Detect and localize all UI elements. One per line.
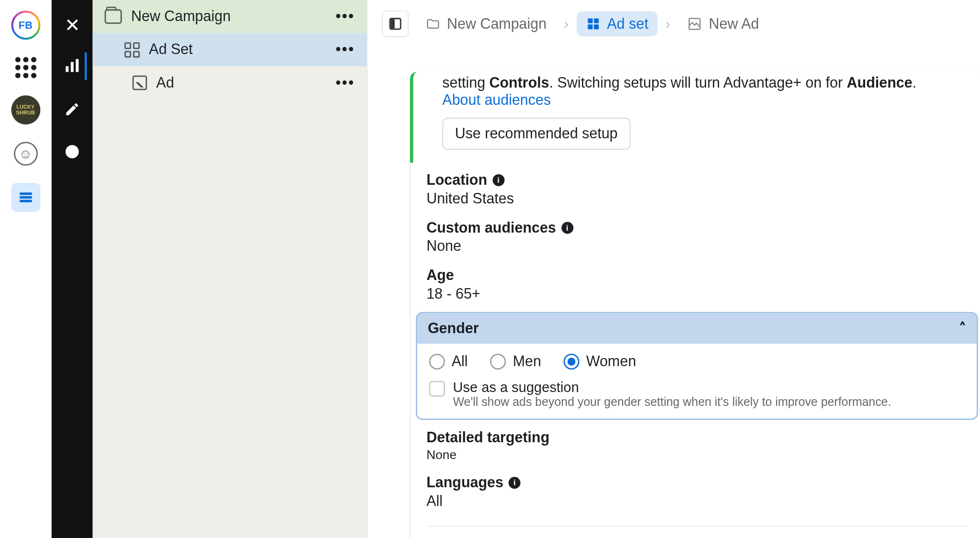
svg-rect-10 [71,62,74,72]
pencil-icon[interactable] [59,96,85,123]
svg-rect-16 [594,24,599,29]
clock-icon[interactable] [59,138,85,165]
field-languages[interactable]: Languagesi All [411,465,980,513]
tree-item-ad[interactable]: Ad ••• [93,66,367,99]
field-age[interactable]: Age 18 - 65+ [411,258,980,305]
folder-icon [105,9,122,23]
structure-tree: New Campaign ••• Ad Set ••• Ad ••• [93,0,368,538]
field-gender: Gender ˄ All Men Women [416,312,978,420]
global-nav-rail: FB LUCKY SHRUB ☺ [0,0,52,538]
breadcrumb-campaign[interactable]: New Campaign [416,11,556,37]
svg-rect-0 [20,192,32,195]
fb-logo[interactable]: FB [11,11,40,40]
chevron-right-icon: › [564,15,568,33]
chevron-right-icon: › [666,15,670,33]
apps-grid-icon[interactable] [15,57,36,78]
breadcrumb-label: New Campaign [447,15,546,33]
ad-icon [133,76,147,90]
fb-logo-text: FB [13,12,38,38]
tree-item-campaign[interactable]: New Campaign ••• [93,0,367,33]
about-audiences-link[interactable]: About audiences [442,91,551,108]
field-detailed-targeting[interactable]: Detailed targeting None [411,420,980,465]
adset-icon [124,42,140,57]
account-avatar[interactable]: LUCKY SHRUB [11,95,40,124]
tree-item-menu[interactable]: ••• [335,8,355,25]
panel-toggle-button[interactable] [382,11,408,37]
close-icon[interactable]: ✕ [65,14,80,36]
breadcrumb-ad[interactable]: New Ad [679,11,768,37]
smiley-icon[interactable]: ☺ [13,142,37,166]
suggestion-checkbox[interactable] [429,381,445,397]
gender-radio-men[interactable]: Men [490,353,541,370]
breadcrumb-label: New Ad [709,15,759,33]
use-recommended-setup-button[interactable]: Use recommended setup [442,118,630,149]
breadcrumb-label: Ad set [607,15,648,33]
svg-rect-15 [588,24,592,29]
tree-item-menu[interactable]: ••• [335,41,355,58]
tree-label: New Campaign [131,8,231,25]
svg-rect-14 [594,18,599,23]
suggestion-label: Use as a suggestion [453,380,891,395]
audience-card: setting Controls. Switching setups will … [410,71,980,538]
gender-radio-all[interactable]: All [429,353,468,370]
breadcrumb-adset[interactable]: Ad set [577,11,657,37]
recommendation-banner: setting Controls. Switching setups will … [410,71,980,163]
tree-label: Ad [156,74,174,91]
svg-rect-1 [20,196,32,199]
field-custom-audiences[interactable]: Custom audiencesi None [411,210,980,258]
svg-rect-13 [588,18,592,23]
info-icon[interactable]: i [561,222,573,234]
tree-item-menu[interactable]: ••• [335,74,355,91]
suggestion-sublabel: We'll show ads beyond your gender settin… [453,395,891,409]
chart-icon[interactable] [58,52,86,80]
info-icon[interactable]: i [509,477,521,489]
chevron-up-icon: ˄ [959,320,966,337]
tree-item-adset[interactable]: Ad Set ••• [93,33,367,66]
editor-nav-rail: ✕ [52,0,93,538]
field-location[interactable]: Locationi United States [411,162,980,210]
switch-recommended-link-row: Switch to recommended setup [411,527,980,538]
svg-rect-2 [20,200,32,202]
svg-rect-11 [76,59,78,72]
edit-review-tabs: Edit Review [368,37,980,71]
tree-label: Ad Set [149,41,192,58]
svg-rect-9 [66,66,68,72]
ads-manager-icon[interactable] [11,183,40,212]
gender-radio-women[interactable]: Women [564,353,636,370]
info-icon[interactable]: i [492,174,504,186]
gender-header[interactable]: Gender ˄ [417,314,977,344]
topbar: New Campaign › Ad set › New Ad In Draft … [368,0,980,37]
